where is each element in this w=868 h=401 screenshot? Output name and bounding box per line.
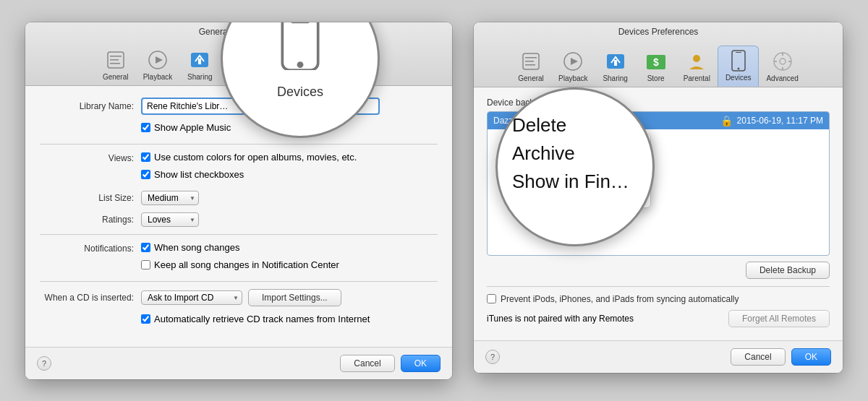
toolbar-item-general[interactable]: General [95,46,136,85]
svg-point-36 [737,67,739,69]
svg-rect-1 [110,56,122,57]
right-cancel-button[interactable]: Cancel [731,348,785,366]
right-separator [487,286,830,287]
right-help-button[interactable]: ? [485,350,500,364]
right-window-title: Devices Preferences [481,27,835,37]
views-label: Views: [40,152,134,163]
toolbar-item-playback-right[interactable]: Playback [551,47,595,87]
toolbar-label-parental-right: Parental [684,74,710,82]
prevent-sync-checkbox[interactable] [487,294,496,303]
song-changes-row: When song changes [141,242,339,253]
ratings-row: Ratings: Loves Stars [40,212,438,227]
song-changes-checkbox[interactable] [141,243,150,252]
list-size-label: List Size: [40,193,134,203]
left-preferences-window: General Preferences General [25,22,452,379]
toolbar-item-parental[interactable]: …ental [260,46,301,85]
toolbar-item-playback[interactable]: Playback [136,46,180,85]
views-row: Views: Use custom colors for open albums… [40,152,438,184]
toolbar-item-advanced-right[interactable]: Advanced [759,47,805,87]
context-menu-delete[interactable]: Delete [546,137,650,160]
show-checkboxes-checkbox[interactable] [141,170,150,179]
apple-music-row: Show Apple Music [141,122,438,137]
left-cancel-button[interactable]: Cancel [340,355,394,372]
backup-date: 2015-06-19, 11:17 PM [737,116,823,126]
apple-music-label: Show Apple Music [154,122,231,133]
context-menu-show-finder[interactable]: Show in Fin… [546,182,650,204]
views-checkboxes: Use custom colors for open albums, movie… [141,152,357,184]
context-menu-archive[interactable]: Archive [546,160,650,182]
separator-3 [40,281,438,282]
auto-retrieve-row: Automatically retrieve CD track names fr… [141,314,438,328]
import-settings-button[interactable]: Import Settings... [248,289,341,306]
left-ok-button[interactable]: OK [401,355,441,372]
toolbar-item-parental-right[interactable]: Parental [676,47,718,87]
library-name-label: Library Name: [40,101,134,111]
left-help-button[interactable]: ? [37,356,51,371]
song-changes-label: When song changes [154,242,240,253]
store-icon: ♪ [229,48,252,72]
cd-select[interactable]: Ask to Import CD Begin Playing Import CD [141,290,242,305]
toolbar-item-store-right[interactable]: $ Store [636,47,676,87]
toolbar-label-general: General [103,73,129,81]
show-checkboxes-label: Show list checkboxes [154,169,244,180]
custom-colors-checkbox[interactable] [141,152,150,162]
toolbar-item-sharing[interactable]: Sharing [179,46,220,85]
svg-rect-2 [110,59,119,61]
list-size-select[interactable]: Medium Small Large [141,191,199,205]
auto-retrieve-checkbox[interactable] [141,314,150,324]
toolbar-label-sharing-right: Sharing [603,74,627,82]
ratings-select[interactable]: Loves Stars [141,212,199,227]
library-name-input[interactable] [141,98,380,115]
keep-all-checkbox[interactable] [141,260,150,270]
general-icon-right [519,50,542,73]
right-ok-button[interactable]: OK [791,348,831,366]
cd-row: When a CD is inserted: Ask to Import CD … [40,289,438,306]
left-window-title: General Preferences [33,27,445,37]
playback-icon [146,48,169,72]
backup-list[interactable]: Dazzler 🔒 2015-06-19, 11:17 PM Delete Ar… [487,111,830,256]
svg-rect-25 [525,61,534,62]
notifications-row: Notifications: When song changes Keep al… [40,242,438,274]
delete-backup-button[interactable]: Delete Backup [746,262,830,279]
toolbar-item-sharing-right[interactable]: Sharing [595,47,636,87]
apple-music-checkbox[interactable] [141,123,150,132]
custom-colors-label: Use custom colors for open albums, movie… [154,152,357,163]
svg-rect-30 [614,60,617,66]
toolbar-item-store[interactable]: ♪ Sto… [220,46,260,85]
toolbar-item-devices-right[interactable]: Devices [718,46,760,87]
right-titlebar: Devices Preferences General [474,22,843,87]
keep-all-row: Keep all song changes in Notification Ce… [141,259,339,270]
backup-encrypted-icon: 🔒 [720,115,733,126]
playback-icon-right [561,50,584,73]
toolbar-label-playback: Playback [143,73,173,81]
ratings-label: Ratings: [40,215,134,225]
toolbar-item-general-right[interactable]: General [511,47,551,87]
notifications-label: Notifications: [40,242,134,254]
device-backups-label: Device backups: [487,98,830,108]
toolbar-item-advanced-left[interactable]: Adv… [341,46,382,85]
toolbar-label-parental: …ental [269,73,292,81]
toolbar-label-sharing: Sharing [187,73,212,81]
svg-rect-7 [198,59,201,64]
auto-retrieve-checkbox-row: Automatically retrieve CD track names fr… [141,314,370,324]
backup-row-dazzler[interactable]: Dazzler 🔒 2015-06-19, 11:17 PM [488,112,829,129]
remotes-label: iTunes is not paired with any Remotes [487,314,634,324]
apple-music-checkbox-row: Show Apple Music [141,122,231,133]
forget-remotes-button[interactable]: Forget All Remotes [728,310,830,327]
toolbar-item-devices-left[interactable]: Devices [301,46,341,85]
prevent-sync-option: Prevent iPods, iPhones, and iPads from s… [487,294,830,304]
toolbar-label-advanced-right: Advanced [766,74,798,82]
svg-point-10 [277,53,284,61]
advanced-icon-right [771,50,794,73]
backup-name: Dazzler [493,116,720,126]
toolbar-label-store-right: Store [647,74,665,82]
svg-marker-5 [156,56,163,64]
keep-all-label: Keep all song changes in Notification Ce… [154,259,339,270]
svg-point-15 [359,57,365,63]
cd-label: When a CD is inserted: [40,293,134,303]
ratings-select-wrapper: Loves Stars [141,212,199,227]
devices-icon-right [727,49,750,72]
sharing-icon-right [604,50,627,73]
library-name-row: Library Name: [40,98,438,115]
toolbar-label-devices-right: Devices [726,74,752,82]
